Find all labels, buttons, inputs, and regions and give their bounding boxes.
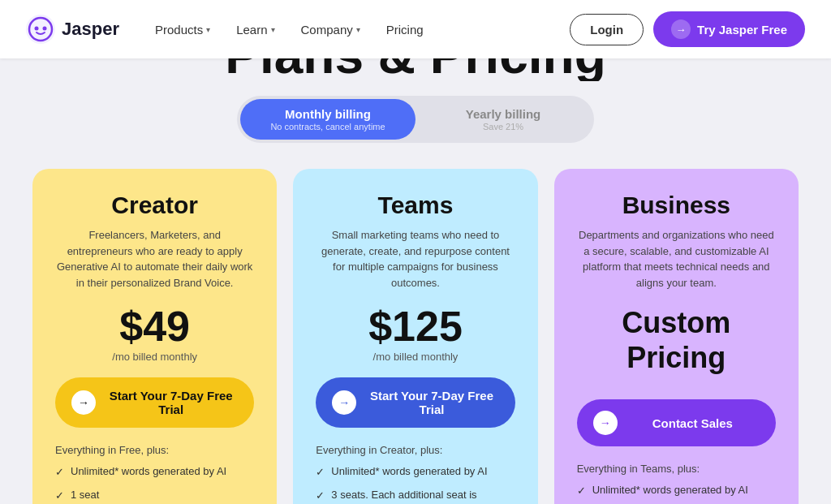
try-free-button[interactable]: → Try Jasper Free	[653, 11, 805, 47]
svg-point-0	[26, 15, 55, 44]
business-card-price: Custom Pricing	[577, 305, 776, 375]
creator-card-title: Creator	[55, 192, 254, 219]
teams-feature-1: ✓ Unlimited* words generated by AI	[316, 464, 515, 480]
arrow-right-icon: →	[71, 390, 96, 415]
creator-feature-1: ✓ Unlimited* words generated by AI	[55, 464, 254, 480]
business-card-title: Business	[577, 192, 776, 219]
teams-card: Teams Small marketing teams who need to …	[293, 169, 537, 504]
nav-item-pricing[interactable]: Pricing	[377, 16, 433, 43]
creator-trial-button[interactable]: → Start Your 7-Day Free Trial	[55, 377, 254, 428]
main-content: Plans & Pricing Monthly billing No contr…	[0, 58, 831, 504]
nav-item-products[interactable]: Products ▾	[145, 16, 220, 43]
navbar: Jasper Products ▾ Learn ▾ Company ▾ Pric…	[0, 0, 831, 58]
business-card: Business Departments and organizations w…	[554, 169, 799, 504]
teams-card-desc: Small marketing teams who need to genera…	[316, 227, 515, 291]
teams-trial-button[interactable]: → Start Your 7-Day Free Trial	[316, 377, 515, 428]
yearly-billing-sub: Save 21%	[428, 122, 578, 131]
svg-point-3	[43, 27, 47, 31]
check-icon: ✓	[577, 484, 586, 498]
jasper-logo-icon	[26, 15, 55, 44]
teams-feature-2: ✓ 3 seats. Each additional seat is $49/m…	[316, 488, 515, 504]
creator-card-price: $49	[55, 305, 254, 347]
business-card-desc: Departments and organizations who need a…	[577, 227, 776, 291]
logo-text: Jasper	[62, 19, 119, 40]
chevron-down-icon: ▾	[206, 25, 210, 34]
teams-card-price: $125	[316, 305, 515, 347]
chevron-down-icon: ▾	[356, 25, 360, 34]
chevron-down-icon: ▾	[271, 25, 275, 34]
monthly-billing-label: Monthly billing	[253, 107, 403, 121]
creator-feature-2: ✓ 1 seat	[55, 488, 254, 503]
creator-features-header: Everything in Free, plus:	[55, 444, 254, 456]
pricing-cards: Creator Freelancers, Marketers, and entr…	[32, 169, 799, 504]
teams-card-price-sub: /mo billed monthly	[316, 351, 515, 363]
check-icon: ✓	[55, 489, 64, 503]
arrow-right-icon: →	[332, 390, 356, 415]
creator-card: Creator Freelancers, Marketers, and entr…	[32, 169, 277, 504]
svg-point-2	[35, 27, 39, 31]
logo[interactable]: Jasper	[26, 15, 119, 44]
nav-item-learn[interactable]: Learn ▾	[226, 16, 284, 43]
yearly-billing-option[interactable]: Yearly billing Save 21%	[416, 99, 591, 140]
business-contact-button[interactable]: → Contact Sales	[577, 399, 776, 446]
navbar-left: Jasper Products ▾ Learn ▾ Company ▾ Pric…	[26, 15, 433, 44]
creator-card-price-sub: /mo billed monthly	[55, 351, 254, 363]
creator-card-desc: Freelancers, Marketers, and entrepreneur…	[55, 227, 254, 291]
navbar-right: Login → Try Jasper Free	[570, 11, 805, 47]
check-icon: ✓	[55, 465, 64, 480]
arrow-right-icon: →	[671, 19, 691, 39]
arrow-right-icon: →	[593, 411, 618, 435]
monthly-billing-sub: No contracts, cancel anytime	[253, 122, 403, 131]
billing-toggle[interactable]: Monthly billing No contracts, cancel any…	[237, 96, 594, 143]
page-title-area: Plans & Pricing	[32, 58, 799, 81]
nav-links: Products ▾ Learn ▾ Company ▾ Pricing	[145, 16, 433, 43]
teams-card-title: Teams	[316, 192, 515, 219]
page-title: Plans & Pricing	[32, 58, 799, 81]
business-features-header: Everything in Teams, plus:	[577, 463, 776, 475]
check-icon: ✓	[316, 465, 325, 480]
yearly-billing-label: Yearly billing	[428, 107, 578, 121]
business-feature-1: ✓ Unlimited* words generated by AI	[577, 483, 776, 498]
teams-features-header: Everything in Creator, plus:	[316, 444, 515, 456]
monthly-billing-option[interactable]: Monthly billing No contracts, cancel any…	[240, 99, 416, 140]
login-button[interactable]: Login	[570, 14, 644, 45]
nav-item-company[interactable]: Company ▾	[291, 16, 370, 43]
check-icon: ✓	[316, 489, 325, 503]
